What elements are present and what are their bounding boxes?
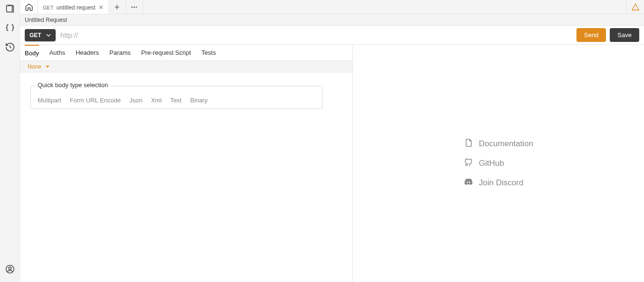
method-select-label: GET xyxy=(29,32,41,39)
tab-body[interactable]: Body xyxy=(25,45,39,60)
document-icon xyxy=(464,138,473,150)
discord-link[interactable]: Join Discord xyxy=(464,177,533,189)
quick-body-wrap: Quick body type selection Multipart Form… xyxy=(20,72,352,122)
github-icon xyxy=(464,158,473,170)
save-button[interactable]: Save xyxy=(610,28,639,42)
svg-point-2 xyxy=(9,267,11,270)
quick-body-json[interactable]: Json xyxy=(129,97,142,104)
new-tab-button[interactable] xyxy=(109,0,126,14)
discord-label: Join Discord xyxy=(479,178,524,188)
history-icon[interactable] xyxy=(5,42,15,52)
account-icon[interactable] xyxy=(5,264,15,274)
github-link[interactable]: GitHub xyxy=(464,158,533,170)
discord-icon xyxy=(464,177,473,189)
github-label: GitHub xyxy=(479,159,504,168)
quick-body-formurl[interactable]: Form URL Encode xyxy=(70,97,121,104)
quick-body-box: Quick body type selection Multipart Form… xyxy=(30,86,322,109)
tab-params[interactable]: Params xyxy=(109,45,131,60)
tab-prerequest[interactable]: Pre-request Script xyxy=(141,45,191,60)
documentation-label: Documentation xyxy=(479,139,533,149)
quick-body-binary[interactable]: Binary xyxy=(190,97,208,104)
svg-point-3 xyxy=(131,6,132,7)
more-tabs-button[interactable] xyxy=(126,0,143,14)
svg-point-5 xyxy=(136,6,137,7)
tab-headers[interactable]: Headers xyxy=(76,45,99,60)
quick-body-legend: Quick body type selection xyxy=(36,81,110,89)
panes: Body Auths Headers Params Pre-request Sc… xyxy=(20,45,644,282)
quick-body-xml[interactable]: Xml xyxy=(151,97,162,104)
tab-strip: GET untitled request ✕ xyxy=(20,0,644,14)
chevron-down-icon xyxy=(45,64,50,69)
info-links: Documentation GitHub Join Discord xyxy=(464,138,533,189)
quick-body-options: Multipart Form URL Encode Json Xml Text … xyxy=(38,97,315,104)
tab-method: GET xyxy=(43,5,54,10)
body-type-label: None xyxy=(28,63,41,70)
quick-body-text[interactable]: Text xyxy=(170,97,182,104)
left-rail xyxy=(0,0,20,282)
request-title-bar: Untitled Request xyxy=(20,14,644,26)
env-braces-icon[interactable] xyxy=(5,23,15,33)
warning-triangle-icon[interactable] xyxy=(626,0,644,14)
quick-body-multipart[interactable]: Multipart xyxy=(38,97,61,104)
collections-icon[interactable] xyxy=(5,4,15,14)
request-title: Untitled Request xyxy=(25,17,67,23)
request-tab[interactable]: GET untitled request ✕ xyxy=(38,0,109,14)
svg-rect-0 xyxy=(6,5,12,12)
chevron-down-icon xyxy=(46,33,51,38)
method-select[interactable]: GET xyxy=(25,29,56,41)
request-pane: Body Auths Headers Params Pre-request Sc… xyxy=(20,45,353,282)
send-button[interactable]: Send xyxy=(576,28,606,42)
documentation-link[interactable]: Documentation xyxy=(464,138,533,150)
main-column: GET untitled request ✕ Untitled Request … xyxy=(20,0,644,282)
url-row: GET Send Save xyxy=(20,26,644,45)
tab-tests[interactable]: Tests xyxy=(202,45,216,60)
tab-title: untitled request xyxy=(57,4,96,11)
close-icon[interactable]: ✕ xyxy=(98,4,104,11)
svg-point-4 xyxy=(134,6,135,7)
url-input[interactable] xyxy=(59,29,573,41)
tab-auths[interactable]: Auths xyxy=(49,45,65,60)
home-tab[interactable] xyxy=(20,0,38,14)
response-pane: Documentation GitHub Join Discord xyxy=(353,45,644,282)
body-type-select[interactable]: None xyxy=(20,61,352,72)
request-sub-tabs: Body Auths Headers Params Pre-request Sc… xyxy=(20,45,352,61)
